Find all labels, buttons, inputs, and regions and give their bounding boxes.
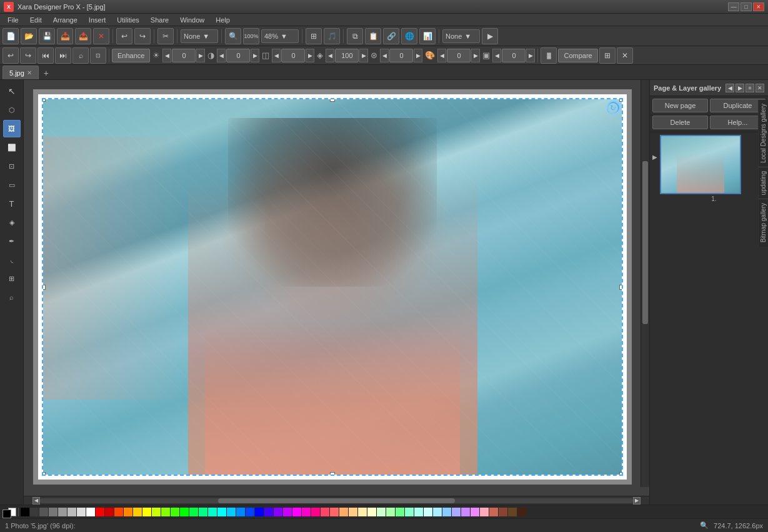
export-button[interactable]: 📤: [75, 28, 91, 44]
tab-5jpg[interactable]: 5.jpg ✕: [2, 66, 39, 79]
last-photo-button[interactable]: ⏭: [55, 47, 71, 64]
link-button[interactable]: 🔗: [383, 28, 399, 44]
color-swatch[interactable]: [180, 508, 189, 516]
color-swatch[interactable]: [49, 508, 57, 516]
color-swatch[interactable]: [274, 508, 282, 516]
handle-bm[interactable]: [330, 472, 335, 476]
vscrollbar[interactable]: [641, 80, 649, 487]
contrast-field[interactable]: 0: [226, 49, 250, 62]
copy-button[interactable]: ⧉: [347, 28, 363, 44]
first-photo-button[interactable]: ⏮: [37, 47, 54, 64]
color-swatch[interactable]: [255, 508, 264, 516]
hscroll-track[interactable]: [40, 498, 633, 503]
arrow-right-button[interactable]: ▶: [482, 28, 498, 44]
page-thumbnail-area[interactable]: ▶ 1.: [650, 132, 768, 505]
color-swatch[interactable]: [30, 508, 39, 516]
color-swatch[interactable]: [133, 508, 142, 516]
saturation-up[interactable]: ▶: [471, 49, 480, 62]
panel-prev-button[interactable]: ◀: [726, 84, 734, 92]
zoom-100-button[interactable]: 100%: [243, 28, 259, 44]
saturation-down[interactable]: ◀: [437, 49, 446, 62]
grid-button[interactable]: ⊞: [306, 28, 322, 44]
next-photo-button[interactable]: ↪: [20, 47, 36, 64]
zoom-in-button[interactable]: 🔍: [225, 28, 241, 44]
color-swatch[interactable]: [21, 508, 29, 516]
saturation-field[interactable]: 0: [447, 49, 471, 62]
close-button[interactable]: ✕: [753, 2, 764, 11]
hscrollbar[interactable]: ◀ ▶: [24, 496, 649, 505]
color-swatch[interactable]: [171, 508, 179, 516]
duplicate-button[interactable]: Duplicate: [710, 99, 766, 112]
fit-button[interactable]: ⊡: [90, 47, 106, 64]
crop-tool[interactable]: ⊡: [3, 157, 21, 175]
expand-button[interactable]: ⊞: [599, 47, 616, 64]
minimize-button[interactable]: —: [728, 2, 739, 11]
transform-tool[interactable]: ⊞: [3, 270, 21, 287]
menu-window[interactable]: Window: [175, 15, 209, 25]
eraser-tool[interactable]: ⬜: [3, 139, 21, 156]
fg-bg-color-selector[interactable]: [2, 507, 16, 517]
redo-button[interactable]: ↪: [134, 28, 151, 44]
open-button[interactable]: 📂: [21, 28, 37, 44]
zoom-tool[interactable]: ⌕: [3, 288, 21, 306]
hscroll-left[interactable]: ◀: [32, 497, 40, 505]
color-swatch[interactable]: [292, 508, 301, 516]
color-swatch[interactable]: [86, 508, 95, 516]
color-swatch[interactable]: [227, 508, 236, 516]
color-swatch[interactable]: [208, 508, 217, 516]
delete-page-button[interactable]: Delete: [652, 116, 708, 129]
zoom-dropdown[interactable]: 48% ▼: [261, 29, 299, 43]
delete-button[interactable]: ✕: [93, 28, 109, 44]
prev-photo-button[interactable]: ↩: [2, 47, 19, 64]
gamma-down[interactable]: ◀: [272, 49, 281, 62]
sharpness-field[interactable]: 100: [335, 49, 359, 62]
color-swatch[interactable]: [414, 508, 423, 516]
color-swatch[interactable]: [105, 508, 114, 516]
help-button[interactable]: Help...: [710, 116, 766, 129]
color-swatch[interactable]: [517, 508, 526, 516]
rotate-icon[interactable]: ↺: [607, 101, 621, 114]
color-swatch[interactable]: [264, 508, 273, 516]
rectangle-tool[interactable]: ▭: [3, 176, 21, 194]
gamma-up[interactable]: ▶: [306, 49, 314, 62]
color-swatch[interactable]: [58, 508, 67, 516]
paste-button[interactable]: 📋: [365, 28, 381, 44]
fill-tool[interactable]: ◈: [3, 214, 21, 231]
menu-arrange[interactable]: Arrange: [48, 15, 82, 25]
add-tab-button[interactable]: +: [40, 67, 52, 79]
color-swatch[interactable]: [142, 508, 151, 516]
blur-field[interactable]: 0: [389, 49, 413, 62]
compare-button[interactable]: Compare: [558, 49, 597, 62]
color-swatch[interactable]: [124, 508, 132, 516]
histogram-button[interactable]: ▓: [541, 47, 557, 64]
color-swatch[interactable]: [452, 508, 461, 516]
import-button[interactable]: 📥: [57, 28, 73, 44]
text-tool[interactable]: T: [3, 195, 21, 212]
color-swatch[interactable]: [302, 508, 311, 516]
menu-share[interactable]: Share: [146, 15, 174, 25]
color-swatch[interactable]: [377, 508, 386, 516]
close-photo-button[interactable]: ✕: [617, 47, 633, 64]
color-swatch[interactable]: [405, 508, 414, 516]
new-page-button[interactable]: New page: [652, 99, 708, 112]
menu-insert[interactable]: Insert: [84, 15, 111, 25]
color-swatch[interactable]: [442, 508, 451, 516]
hsl-field[interactable]: 0: [502, 49, 526, 62]
local-designs-tab[interactable]: Local Designs gallery: [759, 100, 768, 167]
color-swatch[interactable]: [508, 508, 517, 516]
color-swatch[interactable]: [349, 508, 357, 516]
handle-br[interactable]: [619, 472, 623, 476]
node-edit-tool[interactable]: ⬡: [3, 101, 21, 119]
handle-tr[interactable]: [619, 98, 623, 102]
panel-next-button[interactable]: ▶: [736, 84, 744, 92]
color-swatch[interactable]: [396, 508, 404, 516]
enhance-button[interactable]: Enhance: [112, 49, 150, 62]
color-swatch[interactable]: [330, 508, 339, 516]
blur-up[interactable]: ▶: [414, 49, 422, 62]
color-swatch[interactable]: [161, 508, 170, 516]
audio-button[interactable]: 🎵: [324, 28, 340, 44]
foreground-color[interactable]: [2, 510, 11, 518]
panel-menu-button[interactable]: ≡: [746, 84, 754, 92]
color-swatch[interactable]: [96, 508, 104, 516]
panel-close-button[interactable]: ✕: [756, 84, 764, 92]
